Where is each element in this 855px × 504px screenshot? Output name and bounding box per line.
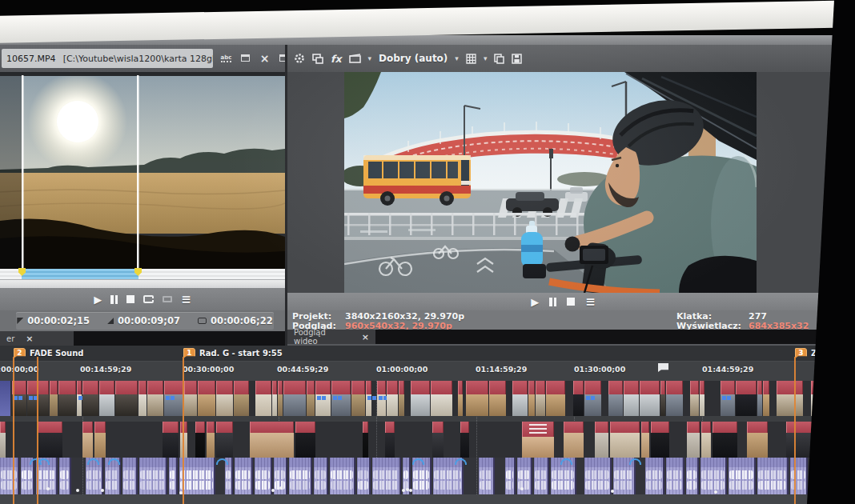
audio-clip[interactable]	[517, 458, 532, 494]
audio-clip[interactable]	[255, 458, 272, 494]
audio-clip[interactable]	[179, 458, 215, 494]
video-track-1-clip[interactable]	[777, 381, 803, 416]
audio-clip[interactable]	[645, 458, 664, 494]
audio-clip[interactable]	[534, 458, 549, 494]
audio-clip[interactable]	[838, 458, 855, 494]
envelope-point[interactable]	[611, 490, 614, 493]
audio-clip[interactable]	[314, 458, 328, 494]
preview-quality-button[interactable]	[163, 296, 172, 302]
video-track-1-clip[interactable]	[431, 381, 452, 416]
video-track-1-clip[interactable]	[234, 381, 249, 416]
video-output-button[interactable]	[349, 54, 361, 63]
in-time-value[interactable]: 00:00:02;15	[27, 315, 90, 326]
video-track-1-clip[interactable]	[351, 381, 365, 416]
video-track-1-clip[interactable]	[757, 381, 762, 416]
timeline-cursor[interactable]	[37, 357, 38, 504]
video-track-1-clip[interactable]	[528, 381, 535, 416]
audio-clip[interactable]	[289, 458, 312, 494]
copy-frame-button[interactable]	[494, 54, 504, 64]
audio-clip[interactable]	[169, 458, 178, 494]
trimmer-selection-region[interactable]	[22, 269, 138, 279]
video-track-1-clip[interactable]	[536, 381, 545, 416]
audio-clip[interactable]	[372, 458, 401, 494]
video-track-2-clip[interactable]	[216, 422, 233, 458]
project-properties-button[interactable]	[294, 53, 305, 64]
audio-clip[interactable]	[235, 458, 253, 494]
video-track-1-clip[interactable]	[387, 381, 398, 416]
audio-clip[interactable]	[122, 458, 138, 494]
video-track-1-clip[interactable]	[666, 381, 683, 416]
close-icon[interactable]: ×	[26, 334, 33, 344]
video-track-2-clip[interactable]	[207, 422, 215, 458]
video-track-1-clip[interactable]	[584, 381, 601, 416]
video-track-2-clip[interactable]	[460, 422, 469, 458]
captions-button[interactable]: abc	[219, 49, 234, 67]
envelope-point[interactable]	[76, 489, 79, 492]
video-track-1-clip[interactable]	[115, 381, 138, 416]
audio-clip[interactable]	[139, 458, 167, 494]
pause-button[interactable]	[549, 298, 556, 306]
save-snapshot-button[interactable]	[512, 54, 522, 64]
duration-value[interactable]: 00:00:06;22	[211, 315, 273, 326]
video-track-1-clip[interactable]	[255, 381, 271, 416]
video-track-2-clip[interactable]	[432, 422, 444, 458]
audio-clip[interactable]	[729, 458, 756, 494]
video-track-2-clip[interactable]	[610, 422, 640, 458]
audio-clip[interactable]	[700, 458, 727, 494]
audio-clip[interactable]	[790, 458, 808, 494]
video-track-2-group-clip[interactable]	[522, 422, 554, 458]
audio-clip[interactable]	[330, 458, 355, 494]
video-track-1-clip[interactable]	[573, 381, 584, 416]
envelope-point[interactable]	[402, 489, 405, 492]
audio-clip[interactable]	[757, 458, 789, 494]
video-track-2-clip[interactable]	[94, 422, 106, 458]
out-time-value[interactable]: 00:00:09;07	[118, 315, 180, 326]
audio-clip[interactable]	[809, 458, 837, 494]
video-track-2-clip[interactable]	[82, 422, 93, 458]
video-track-1-clip[interactable]	[825, 381, 842, 416]
trimmer-file-input[interactable]: 10657.MP4 [C:\Youtube\wisla1200\karta 12…	[2, 49, 213, 68]
video-track-1-clip[interactable]	[624, 381, 639, 416]
video-track-1-clip[interactable]	[58, 381, 76, 416]
trimmer-scroll-lane[interactable]	[0, 279, 285, 288]
video-track-1-clip[interactable]	[164, 381, 183, 416]
chevron-down-icon[interactable]: ▾	[368, 54, 372, 62]
video-track-1-clip[interactable]	[216, 381, 233, 416]
external-monitor-button[interactable]	[312, 54, 323, 64]
video-track-1-clip[interactable]	[315, 381, 331, 416]
audio-fade-curve[interactable]	[629, 458, 641, 465]
envelope-point[interactable]	[46, 487, 50, 490]
audio-clip[interactable]	[59, 458, 71, 494]
video-track-1-clip[interactable]	[489, 381, 506, 416]
video-track-1-clip[interactable]	[466, 381, 488, 416]
envelope-point[interactable]	[279, 486, 283, 490]
video-track-2-clip[interactable]	[0, 422, 6, 458]
open-media-button[interactable]	[238, 49, 253, 67]
video-track-1-clip[interactable]	[278, 381, 283, 416]
video-track-1-clip[interactable]	[608, 381, 623, 416]
audio-fade-curve[interactable]	[412, 458, 424, 465]
video-track-1-clip[interactable]	[147, 381, 163, 416]
trimmer-menu-button[interactable]: ≡	[181, 294, 191, 305]
marker-flag[interactable]: 2	[14, 348, 26, 358]
audio-fade-curve[interactable]	[30, 458, 42, 465]
overlays-grid-button[interactable]	[466, 54, 476, 64]
stop-button[interactable]	[567, 298, 575, 306]
stop-button[interactable]	[126, 295, 134, 303]
video-track-2-clip[interactable]	[651, 422, 669, 458]
video-track-1-clip[interactable]	[700, 381, 704, 416]
preview-tab[interactable]: Podgląd wideo ×	[287, 330, 375, 344]
video-track-1-clip[interactable]	[77, 381, 82, 416]
video-track-1-clip[interactable]	[307, 381, 315, 416]
video-track-1-clip[interactable]	[763, 381, 769, 416]
audio-fade-curve[interactable]	[108, 458, 120, 465]
video-track-2-clip[interactable]	[363, 422, 368, 458]
video-track-1-clip[interactable]	[640, 381, 660, 416]
envelope-point[interactable]	[520, 487, 524, 490]
audio-clip[interactable]	[357, 458, 371, 494]
audio-clip[interactable]	[505, 458, 516, 494]
marker-bar[interactable]: 2FADE Sound1Rad. G - start 9:553Zamie	[0, 346, 855, 362]
play-button[interactable]: ▶	[531, 297, 539, 307]
video-track-1-clip[interactable]	[377, 381, 386, 416]
video-track-1-clip[interactable]	[272, 381, 277, 416]
